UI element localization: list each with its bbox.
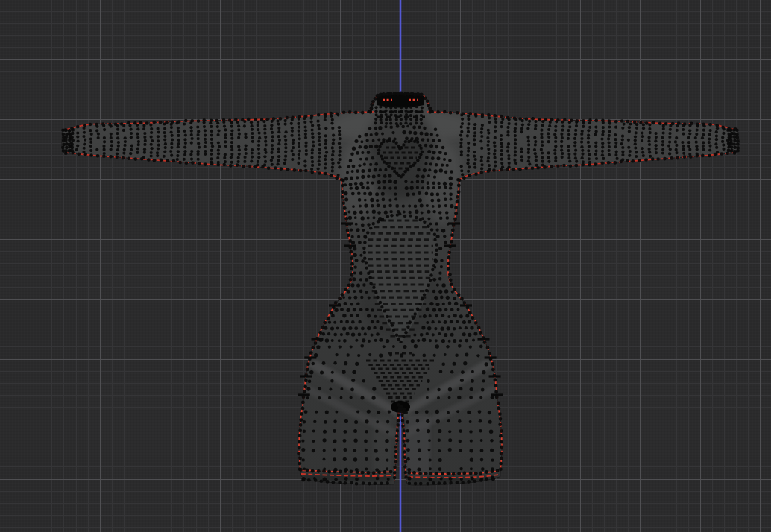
3d-viewport[interactable]	[0, 0, 771, 532]
viewport-canvas[interactable]	[0, 0, 771, 532]
